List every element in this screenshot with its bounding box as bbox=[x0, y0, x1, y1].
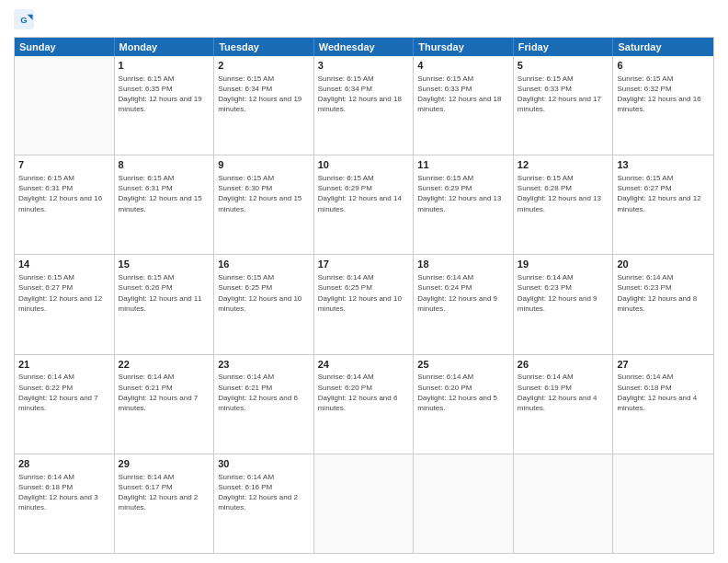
cell-info: Sunrise: 6:14 AM Sunset: 6:21 PM Dayligh… bbox=[119, 372, 210, 413]
day-number: 16 bbox=[218, 258, 310, 271]
day-number: 4 bbox=[417, 59, 509, 73]
calendar-header-cell: Friday bbox=[514, 38, 614, 56]
calendar-cell: 10Sunrise: 6:15 AM Sunset: 6:29 PM Dayli… bbox=[314, 155, 415, 254]
day-number: 7 bbox=[18, 158, 110, 172]
calendar-cell: 29Sunrise: 6:14 AM Sunset: 6:17 PM Dayli… bbox=[115, 454, 215, 553]
calendar-cell: 11Sunrise: 6:15 AM Sunset: 6:29 PM Dayli… bbox=[414, 155, 514, 254]
cell-info: Sunrise: 6:14 AM Sunset: 6:24 PM Dayligh… bbox=[417, 272, 509, 314]
cell-info: Sunrise: 6:15 AM Sunset: 6:34 PM Dayligh… bbox=[318, 74, 410, 115]
calendar-cell bbox=[314, 454, 415, 553]
calendar-header-cell: Monday bbox=[115, 38, 215, 56]
day-number: 30 bbox=[218, 457, 310, 471]
cell-info: Sunrise: 6:15 AM Sunset: 6:30 PM Dayligh… bbox=[218, 173, 310, 214]
calendar-header-cell: Thursday bbox=[414, 38, 514, 56]
day-number: 2 bbox=[218, 59, 310, 73]
calendar-header-cell: Sunday bbox=[15, 38, 115, 56]
calendar-cell bbox=[514, 454, 614, 553]
day-number: 6 bbox=[617, 59, 710, 73]
header: G bbox=[14, 9, 714, 29]
page: G SundayMondayTuesdayWednesdayThursdayFr… bbox=[0, 0, 728, 563]
cell-info: Sunrise: 6:14 AM Sunset: 6:18 PM Dayligh… bbox=[18, 472, 110, 513]
calendar-week-row: 1Sunrise: 6:15 AM Sunset: 6:35 PM Daylig… bbox=[15, 56, 713, 155]
day-number: 25 bbox=[417, 358, 509, 372]
day-number: 10 bbox=[318, 158, 410, 172]
calendar-cell: 9Sunrise: 6:15 AM Sunset: 6:30 PM Daylig… bbox=[214, 155, 314, 254]
calendar-week-row: 28Sunrise: 6:14 AM Sunset: 6:18 PM Dayli… bbox=[15, 454, 713, 553]
calendar-cell: 17Sunrise: 6:14 AM Sunset: 6:25 PM Dayli… bbox=[314, 255, 415, 353]
cell-info: Sunrise: 6:15 AM Sunset: 6:35 PM Dayligh… bbox=[119, 74, 210, 115]
day-number: 1 bbox=[119, 59, 210, 73]
calendar-cell: 23Sunrise: 6:14 AM Sunset: 6:21 PM Dayli… bbox=[214, 355, 314, 454]
day-number: 27 bbox=[617, 358, 710, 372]
cell-info: Sunrise: 6:14 AM Sunset: 6:25 PM Dayligh… bbox=[318, 272, 410, 314]
calendar-cell: 7Sunrise: 6:15 AM Sunset: 6:31 PM Daylig… bbox=[15, 155, 115, 254]
calendar-cell: 8Sunrise: 6:15 AM Sunset: 6:31 PM Daylig… bbox=[115, 155, 215, 254]
cell-info: Sunrise: 6:14 AM Sunset: 6:17 PM Dayligh… bbox=[119, 472, 210, 513]
day-number: 18 bbox=[417, 258, 509, 271]
calendar-cell: 25Sunrise: 6:14 AM Sunset: 6:20 PM Dayli… bbox=[414, 355, 514, 454]
cell-info: Sunrise: 6:15 AM Sunset: 6:33 PM Dayligh… bbox=[417, 74, 509, 115]
cell-info: Sunrise: 6:15 AM Sunset: 6:27 PM Dayligh… bbox=[617, 173, 710, 214]
cell-info: Sunrise: 6:14 AM Sunset: 6:21 PM Dayligh… bbox=[218, 372, 310, 413]
calendar-header-cell: Saturday bbox=[613, 38, 713, 56]
day-number: 20 bbox=[617, 258, 710, 271]
calendar-cell: 27Sunrise: 6:14 AM Sunset: 6:18 PM Dayli… bbox=[613, 355, 713, 454]
calendar-week-row: 21Sunrise: 6:14 AM Sunset: 6:22 PM Dayli… bbox=[15, 354, 713, 454]
calendar-cell: 3Sunrise: 6:15 AM Sunset: 6:34 PM Daylig… bbox=[314, 56, 415, 155]
logo: G bbox=[14, 9, 38, 29]
calendar-cell: 18Sunrise: 6:14 AM Sunset: 6:24 PM Dayli… bbox=[414, 255, 514, 353]
calendar-header: SundayMondayTuesdayWednesdayThursdayFrid… bbox=[15, 38, 713, 56]
calendar-cell: 26Sunrise: 6:14 AM Sunset: 6:19 PM Dayli… bbox=[514, 355, 614, 454]
day-number: 29 bbox=[119, 457, 210, 471]
cell-info: Sunrise: 6:15 AM Sunset: 6:31 PM Dayligh… bbox=[18, 173, 110, 214]
cell-info: Sunrise: 6:15 AM Sunset: 6:25 PM Dayligh… bbox=[218, 272, 310, 314]
logo-icon: G bbox=[14, 9, 34, 29]
cell-info: Sunrise: 6:15 AM Sunset: 6:32 PM Dayligh… bbox=[617, 74, 710, 115]
cell-info: Sunrise: 6:14 AM Sunset: 6:23 PM Dayligh… bbox=[518, 272, 609, 314]
svg-text:G: G bbox=[20, 15, 27, 25]
calendar-week-row: 14Sunrise: 6:15 AM Sunset: 6:27 PM Dayli… bbox=[15, 254, 713, 353]
cell-info: Sunrise: 6:15 AM Sunset: 6:31 PM Dayligh… bbox=[119, 173, 210, 214]
calendar-cell: 19Sunrise: 6:14 AM Sunset: 6:23 PM Dayli… bbox=[514, 255, 614, 353]
day-number: 13 bbox=[617, 158, 710, 172]
calendar-week-row: 7Sunrise: 6:15 AM Sunset: 6:31 PM Daylig… bbox=[15, 155, 713, 254]
day-number: 21 bbox=[18, 358, 110, 372]
calendar-cell: 28Sunrise: 6:14 AM Sunset: 6:18 PM Dayli… bbox=[15, 454, 115, 553]
cell-info: Sunrise: 6:15 AM Sunset: 6:28 PM Dayligh… bbox=[518, 173, 609, 214]
calendar-cell: 22Sunrise: 6:14 AM Sunset: 6:21 PM Dayli… bbox=[115, 355, 215, 454]
day-number: 12 bbox=[518, 158, 609, 172]
day-number: 9 bbox=[218, 158, 310, 172]
calendar-cell: 14Sunrise: 6:15 AM Sunset: 6:27 PM Dayli… bbox=[15, 255, 115, 353]
calendar-body: 1Sunrise: 6:15 AM Sunset: 6:35 PM Daylig… bbox=[15, 56, 713, 553]
cell-info: Sunrise: 6:14 AM Sunset: 6:20 PM Dayligh… bbox=[318, 372, 410, 413]
day-number: 3 bbox=[318, 59, 410, 73]
cell-info: Sunrise: 6:15 AM Sunset: 6:29 PM Dayligh… bbox=[318, 173, 410, 214]
calendar-cell bbox=[613, 454, 713, 553]
calendar-cell: 21Sunrise: 6:14 AM Sunset: 6:22 PM Dayli… bbox=[15, 355, 115, 454]
calendar-cell: 16Sunrise: 6:15 AM Sunset: 6:25 PM Dayli… bbox=[214, 255, 314, 353]
cell-info: Sunrise: 6:14 AM Sunset: 6:22 PM Dayligh… bbox=[18, 372, 110, 413]
calendar-header-cell: Tuesday bbox=[214, 38, 314, 56]
day-number: 28 bbox=[18, 457, 110, 471]
cell-info: Sunrise: 6:14 AM Sunset: 6:19 PM Dayligh… bbox=[518, 372, 609, 413]
calendar-cell: 13Sunrise: 6:15 AM Sunset: 6:27 PM Dayli… bbox=[613, 155, 713, 254]
calendar-cell: 2Sunrise: 6:15 AM Sunset: 6:34 PM Daylig… bbox=[214, 56, 314, 155]
calendar-header-cell: Wednesday bbox=[314, 38, 415, 56]
cell-info: Sunrise: 6:15 AM Sunset: 6:27 PM Dayligh… bbox=[18, 272, 110, 314]
calendar: SundayMondayTuesdayWednesdayThursdayFrid… bbox=[14, 37, 714, 554]
cell-info: Sunrise: 6:15 AM Sunset: 6:34 PM Dayligh… bbox=[218, 74, 310, 115]
day-number: 26 bbox=[518, 358, 609, 372]
day-number: 15 bbox=[119, 258, 210, 271]
cell-info: Sunrise: 6:15 AM Sunset: 6:33 PM Dayligh… bbox=[518, 74, 609, 115]
calendar-cell: 24Sunrise: 6:14 AM Sunset: 6:20 PM Dayli… bbox=[314, 355, 415, 454]
calendar-cell: 20Sunrise: 6:14 AM Sunset: 6:23 PM Dayli… bbox=[613, 255, 713, 353]
day-number: 22 bbox=[119, 358, 210, 372]
day-number: 24 bbox=[318, 358, 410, 372]
day-number: 23 bbox=[218, 358, 310, 372]
calendar-cell: 15Sunrise: 6:15 AM Sunset: 6:26 PM Dayli… bbox=[115, 255, 215, 353]
day-number: 19 bbox=[518, 258, 609, 271]
day-number: 5 bbox=[518, 59, 609, 73]
calendar-cell: 6Sunrise: 6:15 AM Sunset: 6:32 PM Daylig… bbox=[613, 56, 713, 155]
calendar-cell: 1Sunrise: 6:15 AM Sunset: 6:35 PM Daylig… bbox=[115, 56, 215, 155]
calendar-cell: 12Sunrise: 6:15 AM Sunset: 6:28 PM Dayli… bbox=[514, 155, 614, 254]
